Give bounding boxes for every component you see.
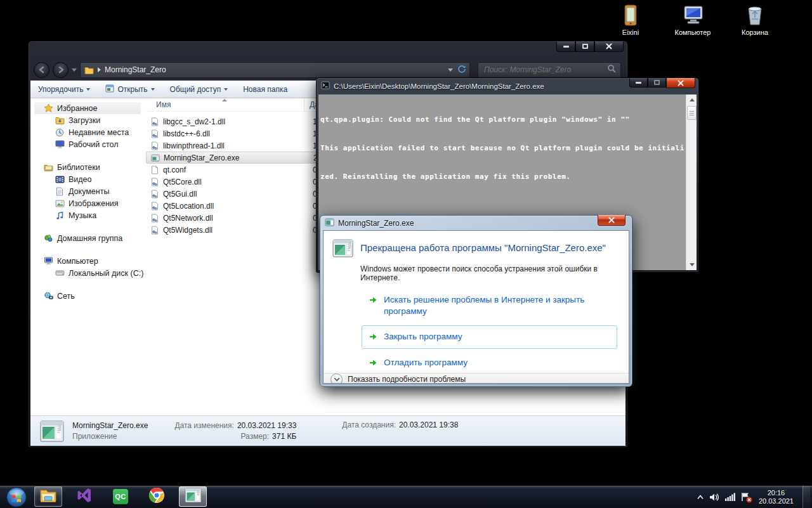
sidebar-item-libraries[interactable]: Библиотеки	[34, 161, 146, 173]
dialog-titlebar[interactable]: MorningStar_Zero.exe	[323, 216, 629, 230]
minimize-button[interactable]	[556, 41, 575, 52]
sidebar-item-favorites[interactable]: Избранное	[34, 102, 141, 114]
details-file-name: MorningStar_Zero.exe	[72, 421, 148, 430]
option-close-program[interactable]: Закрыть программу	[362, 326, 617, 348]
sidebar-item-music[interactable]: Музыка	[34, 209, 146, 221]
chevron-down-icon[interactable]	[331, 374, 343, 384]
visual-studio-icon	[76, 487, 93, 506]
back-button[interactable]	[34, 62, 49, 78]
qc-icon: QC	[113, 489, 128, 504]
sidebar-label: Документы	[69, 187, 109, 196]
file-name: libstdc++-6.dll	[163, 129, 304, 138]
details-file-type: Приложение	[72, 432, 148, 441]
desktop-icon-label: Корзина	[742, 29, 768, 36]
taskbar-item-chrome[interactable]	[143, 486, 171, 507]
local-disk-icon	[55, 268, 65, 278]
taskbar-item-qt-creator[interactable]: QC	[107, 486, 134, 507]
option-label: Искать решение проблемы в Интернете и за…	[384, 294, 603, 317]
maximize-button[interactable]	[575, 41, 594, 52]
sidebar-item-documents[interactable]: Документы	[34, 185, 146, 197]
option-debug-program[interactable]: Отладить программу	[362, 353, 617, 373]
network-signal-icon[interactable]	[725, 493, 735, 501]
clock-date: 20.03.2021	[759, 497, 794, 505]
organize-button[interactable]: Упорядочить	[38, 85, 90, 94]
dialog-title: MorningStar_Zero.exe	[338, 219, 414, 228]
close-button[interactable]	[594, 41, 624, 52]
dll-icon	[150, 189, 159, 199]
dialog-heading: Прекращена работа программы "MorningStar…	[360, 239, 606, 253]
desktop-icon-eixini[interactable]: Eixini	[608, 4, 653, 36]
minimize-button[interactable]	[629, 78, 648, 88]
sidebar-item-homegroup[interactable]: Домашняя группа	[34, 232, 146, 244]
morningstar-app-icon	[185, 488, 202, 505]
sidebar-item-recent-places[interactable]: Недавние места	[34, 126, 146, 138]
address-dropdown-icon[interactable]	[448, 68, 453, 72]
show-desktop-button[interactable]	[802, 486, 810, 508]
breadcrumb[interactable]: MorningStar_Zero	[105, 65, 166, 74]
desktop-icon-computer[interactable]: Компьютер	[670, 4, 716, 36]
taskbar-clock[interactable]: 20:16 20.03.2021	[759, 489, 794, 505]
new-folder-button[interactable]: Новая папка	[243, 85, 287, 94]
scroll-down-icon[interactable]	[686, 259, 697, 270]
chevron-down-icon	[224, 88, 228, 91]
file-name: Qt5Network.dll	[163, 214, 304, 223]
folder-icon	[84, 65, 94, 75]
green-arrow-icon	[369, 296, 377, 306]
sidebar-label: Рабочий стол	[69, 140, 118, 149]
scrollbar-thumb[interactable]	[687, 106, 697, 120]
taskbar-item-morningstar-app[interactable]	[179, 486, 207, 507]
desktop-icon-label: Компьютер	[675, 29, 711, 36]
column-header-name[interactable]: Имя	[146, 98, 304, 111]
explorer-titlebar[interactable]	[29, 41, 627, 59]
dialog-app-icon	[325, 218, 334, 229]
desktop: Eixini Компьютер Корзина	[0, 0, 812, 508]
sidebar-item-video[interactable]: Видео	[34, 173, 146, 185]
sidebar-item-local-disk-c[interactable]: Локальный диск (C:)	[34, 267, 146, 279]
created-value: 20.03.2021 19:38	[399, 420, 458, 429]
file-name: libgcc_s_dw2-1.dll	[163, 117, 304, 126]
open-button[interactable]: Открыть	[105, 84, 154, 94]
search-input[interactable]	[483, 65, 607, 75]
share-button[interactable]: Общий доступ	[170, 85, 228, 94]
chrome-icon	[148, 487, 165, 506]
open-app-icon	[105, 84, 114, 94]
show-hidden-icons-icon[interactable]	[697, 495, 704, 500]
taskbar-item-visual-studio[interactable]	[70, 486, 98, 507]
libraries-icon	[43, 162, 53, 173]
sidebar-item-network[interactable]: Сеть	[34, 290, 146, 302]
sidebar-item-computer[interactable]: Компьютер	[34, 255, 146, 267]
taskbar: QC	[0, 485, 812, 508]
dialog-footer[interactable]: Показать подробности проблемы	[324, 373, 629, 384]
option-search-solution[interactable]: Искать решение проблемы в Интернете и за…	[362, 290, 617, 322]
desktop-icon-recycle-bin[interactable]: Корзина	[732, 4, 778, 36]
search-icon[interactable]	[607, 64, 616, 75]
sidebar-label: Загрузки	[69, 116, 100, 125]
close-button[interactable]	[598, 215, 625, 226]
forward-button[interactable]	[53, 62, 69, 78]
refresh-icon[interactable]	[457, 65, 466, 75]
file-name: Qt5Core.dll	[163, 178, 304, 186]
option-label: Отладить программу	[384, 357, 468, 368]
scroll-up-icon[interactable]	[686, 94, 697, 105]
taskbar-item-explorer[interactable]	[34, 486, 62, 507]
option-label: Закрыть программу	[384, 331, 462, 342]
green-arrow-icon	[369, 359, 377, 368]
address-bar[interactable]: MorningStar_Zero	[80, 62, 470, 78]
search-box[interactable]	[478, 62, 621, 78]
music-icon	[55, 211, 65, 221]
computer-icon	[43, 256, 53, 266]
dll-icon	[150, 141, 159, 150]
action-center-flag-icon[interactable]	[741, 492, 750, 502]
console-titlebar[interactable]: C:\Users\Eixin\Desktop\MorningStar_Zero\…	[317, 78, 698, 94]
maximize-button[interactable]	[648, 78, 666, 88]
sidebar-item-downloads[interactable]: Загрузки	[34, 114, 146, 126]
close-button[interactable]	[666, 78, 695, 88]
chevron-down-icon	[86, 88, 90, 91]
recent-pages-dropdown-icon[interactable]	[72, 68, 77, 72]
sidebar-item-desktop[interactable]: Рабочий стол	[34, 138, 146, 150]
sidebar-item-pictures[interactable]: Изображения	[34, 197, 146, 209]
start-button[interactable]	[0, 486, 33, 508]
crash-dialog: MorningStar_Zero.exe Прекращена работа п…	[320, 215, 632, 387]
scrollbar[interactable]	[686, 94, 697, 270]
volume-icon[interactable]	[709, 493, 719, 502]
